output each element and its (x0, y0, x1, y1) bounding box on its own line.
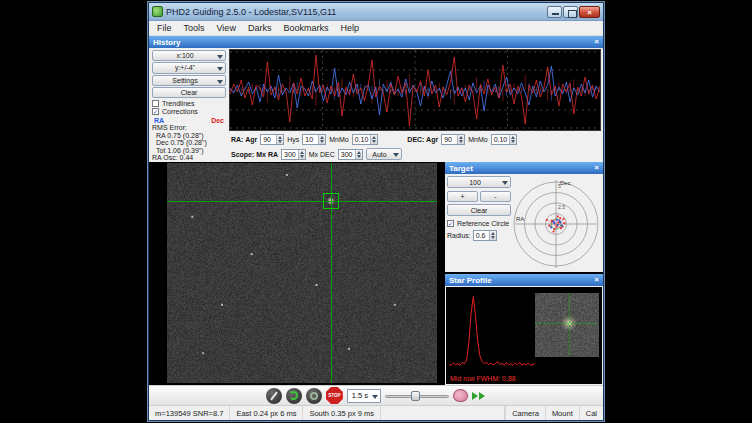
menu-view[interactable]: View (211, 21, 242, 35)
target-close-icon[interactable]: × (594, 163, 599, 173)
east-correction-readout: East 0.24 px 6 ms (230, 406, 303, 420)
minimize-button[interactable] (547, 6, 562, 18)
spinner-arrows-icon[interactable] (276, 135, 283, 144)
history-controls: x:100 y:+/-4" Settings Clear Trendlines … (149, 48, 229, 162)
star-profile-close-icon[interactable]: × (594, 275, 599, 285)
menu-file[interactable]: File (151, 21, 178, 35)
hysteresis-label: Hys (287, 136, 299, 143)
corrections-checkbox[interactable]: ✓ (152, 108, 159, 115)
spinner-arrows-icon[interactable] (489, 231, 496, 240)
app-icon (152, 6, 163, 17)
star-profile-panel-title: Star Profile (449, 276, 492, 285)
main-toolbar: STOP 1.5 s (149, 385, 603, 405)
menu-bookmarks[interactable]: Bookmarks (277, 21, 334, 35)
guide-algo-params-row: RA: Agr 90 Hys 10 MnMo 0.10 DEC: Agr 90 … (229, 132, 603, 147)
target-panel: Target × 100 + - Clear ✓ Reference Circl… (445, 162, 603, 272)
spinner-arrows-icon[interactable] (457, 135, 464, 144)
history-panel-header[interactable]: History × (149, 36, 603, 48)
spinner-arrows-icon[interactable] (509, 135, 516, 144)
menu-bar: File Tools View Darks Bookmarks Help (149, 21, 603, 36)
svg-text:2.5: 2.5 (558, 204, 565, 210)
target-zoom-out-button[interactable]: - (480, 191, 511, 202)
stretch-slider[interactable] (385, 389, 449, 403)
window-controls: × (547, 6, 600, 18)
south-correction-readout: South 0.35 px 9 ms (303, 406, 381, 420)
dec-minmove-label: MnMo (468, 136, 487, 143)
trendlines-row: Trendlines (152, 99, 226, 107)
spinner-arrows-icon[interactable] (370, 135, 377, 144)
max-dec-duration-label: Mx DEC (309, 151, 335, 158)
ra-minmove-label: MnMo (329, 136, 348, 143)
dec-aggression-spinner[interactable]: 90 (441, 134, 465, 145)
fwhm-readout: Mid row FWHM: 0.88 (450, 375, 516, 382)
ra-group-label: RA: Agr (231, 136, 257, 143)
history-close-icon[interactable]: × (594, 37, 599, 47)
target-panel-header[interactable]: Target × (445, 162, 603, 174)
slider-handle[interactable] (411, 391, 420, 401)
dec-legend-label: Dec (211, 117, 224, 124)
svg-text:Dec: Dec (560, 180, 571, 186)
target-zoom-in-button[interactable]: + (447, 191, 478, 202)
star-zoom-image (535, 293, 599, 357)
star-stats-readout: m=139549 SNR=8.7 (149, 406, 230, 420)
titlebar[interactable]: PHD2 Guiding 2.5.0 - Lodestar,SV115,G11 … (149, 3, 603, 21)
connect-equipment-icon[interactable] (266, 388, 282, 404)
ra-legend-label: RA (154, 117, 164, 124)
star-profile-plot (449, 289, 535, 373)
guide-camera-image[interactable] (167, 163, 437, 383)
menu-darks[interactable]: Darks (242, 21, 278, 35)
dec-minmove-spinner[interactable]: 0.10 (491, 134, 518, 145)
history-graph-plot (230, 50, 600, 130)
window-title: PHD2 Guiding 2.5.0 - Lodestar,SV115,G11 (166, 7, 544, 17)
reference-circle-checkbox[interactable]: ✓ (447, 220, 454, 227)
trendlines-checkbox[interactable] (152, 100, 159, 107)
graph-height-select[interactable]: y:+/-4" (152, 62, 226, 73)
maximize-button[interactable] (563, 6, 578, 18)
max-ra-duration-spinner[interactable]: 300 (281, 149, 306, 160)
camera-status: Camera (505, 406, 545, 420)
graph-clear-button[interactable]: Clear (152, 87, 226, 98)
dec-guide-mode-select[interactable]: Auto (366, 148, 402, 160)
radius-spinner[interactable]: 0.6 (473, 230, 497, 241)
cal-status: Cal (579, 406, 603, 420)
corrections-label: Corrections (162, 108, 198, 115)
mount-status: Mount (545, 406, 579, 420)
target-bullseye-plot: 2.55DecRA (513, 176, 599, 271)
radius-row: Radius: 0.6 (447, 230, 511, 241)
ra-minmove-spinner[interactable]: 0.10 (352, 134, 379, 145)
ra-aggression-spinner[interactable]: 90 (260, 134, 284, 145)
target-bullseye: 2.55DecRA (513, 176, 601, 270)
star-profile-panel-header[interactable]: Star Profile × (445, 274, 603, 286)
spinner-arrows-icon[interactable] (355, 150, 362, 159)
reference-circle-label: Reference Circle (457, 220, 509, 227)
target-clear-button[interactable]: Clear (447, 204, 511, 216)
scope-group-label: Scope: Mx RA (231, 151, 278, 158)
history-panel-title: History (153, 38, 181, 47)
menu-tools[interactable]: Tools (178, 21, 211, 35)
spinner-arrows-icon[interactable] (318, 135, 325, 144)
rms-tot-value: Tot 1.06 (0.39") (152, 147, 226, 155)
hysteresis-spinner[interactable]: 10 (302, 134, 326, 145)
guide-camera-display (149, 162, 445, 385)
ra-osc-value: RA Osc: 0.44 (152, 154, 226, 162)
history-graph (229, 49, 601, 131)
scope-params-row: Scope: Mx RA 300 Mx DEC 300 Auto (229, 147, 603, 162)
status-bar: m=139549 SNR=8.7 East 0.24 px 6 ms South… (149, 405, 603, 420)
graph-length-select[interactable]: x:100 (152, 50, 226, 61)
stop-icon[interactable]: STOP (326, 387, 343, 404)
double-arrow-icon[interactable] (472, 392, 486, 400)
guide-icon[interactable] (306, 388, 322, 404)
graph-settings-button[interactable]: Settings (152, 75, 226, 86)
phd2-window: PHD2 Guiding 2.5.0 - Lodestar,SV115,G11 … (148, 2, 604, 421)
loop-exposures-icon[interactable] (286, 388, 302, 404)
dec-group-label: DEC: Agr (407, 136, 438, 143)
radius-label: Radius: (447, 232, 471, 239)
rms-dec-value: Dec 0.75 (0.28") (152, 139, 226, 147)
target-zoom-select[interactable]: 100 (447, 176, 511, 188)
spinner-arrows-icon[interactable] (298, 150, 305, 159)
exposure-select[interactable]: 1.5 s (347, 389, 381, 403)
close-button[interactable]: × (579, 6, 600, 18)
max-dec-duration-spinner[interactable]: 300 (338, 149, 363, 160)
menu-help[interactable]: Help (334, 21, 365, 35)
brain-settings-icon[interactable] (453, 389, 468, 402)
